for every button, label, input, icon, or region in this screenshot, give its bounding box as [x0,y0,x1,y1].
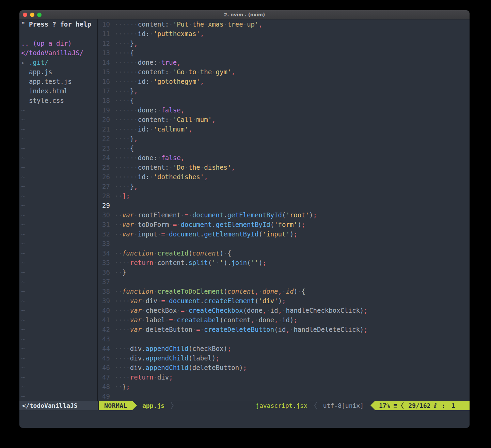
line-number: 40 [98,306,110,315]
code-line[interactable]: 40····var·checkBox·=·createCheckbox(done… [98,306,470,315]
code-line[interactable]: 46····div.appendChild(deleteButton); [98,363,470,372]
code-line[interactable]: 19······done:·false, [98,105,470,115]
code-area[interactable]: 10······content:·'Put·the·xmas·tree·up',… [98,19,470,401]
line-number: 38 [98,287,110,296]
empty-line-tilde: ~ [21,344,97,353]
traffic-lights [23,10,42,19]
code-line[interactable]: 38··function·createToDoElement(content,·… [98,287,470,296]
code-text: ······done:·true, [114,59,181,66]
explorer-entry[interactable]: .. (up a dir) [21,38,97,48]
command-line[interactable] [19,410,470,428]
code-text: ······content:·'Call·mum', [114,116,216,123]
zoom-button[interactable] [37,13,42,17]
code-line[interactable]: 33 [98,239,470,248]
empty-line-tilde: ~ [21,210,97,220]
line-number: 35 [98,258,110,267]
code-line[interactable]: 20······content:·'Call·mum', [98,115,470,124]
explorer-entry[interactable]: index.html [21,86,97,96]
code-line[interactable]: 21······id:·'callmum', [98,124,470,134]
line-number: 41 [98,315,110,325]
code-line[interactable]: 18····{ [98,96,470,105]
code-line[interactable]: 25······content:·'Do·the·dishes', [98,163,470,172]
code-line[interactable]: 43 [98,334,470,344]
statusline-spacer [174,401,253,410]
code-line[interactable]: 39····var·div·=·document.createElement('… [98,296,470,306]
code-line[interactable]: 31··var·toDoForm·=·document.getElementBy… [98,220,470,229]
code-line[interactable]: 44····div.appendChild(checkBox); [98,344,470,353]
code-line[interactable]: 42····var·deleteButton·=·createDeleteBut… [98,325,470,334]
code-text: ······id:·'dothedishes', [114,173,208,181]
line-number: 12 [98,38,110,48]
code-line[interactable]: 47····return·div; [98,372,470,382]
titlebar[interactable]: 2. nvim . (nvim) [19,10,470,19]
empty-line-tilde: ~ [21,363,97,372]
code-line[interactable]: 41····var·label·=·createLabel(content,·d… [98,315,470,325]
close-button[interactable] [23,13,27,17]
code-line[interactable]: 32··var·input·=·document.getElementById(… [98,229,470,239]
code-line[interactable]: 22····}, [98,134,470,143]
code-text: ······content:·'Go·to·the·gym', [114,68,235,76]
line-number: 22 [98,134,110,143]
code-line[interactable]: 26······id:·'dothedishes', [98,172,470,182]
code-line[interactable]: 30··var·rootElement·=·document.getElemen… [98,210,470,220]
code-text: ····return·content.split('·').join(''); [114,259,266,266]
powerline-arrow-icon [132,401,137,410]
line-number-icon: ℓ [434,401,437,410]
empty-line-tilde: ~ [21,143,97,153]
code-line[interactable]: 36··} [98,267,470,277]
statusline-encoding: utf-8[unix] [318,401,370,410]
explorer-entry[interactable]: ▸ .git/ [21,58,97,67]
minimize-button[interactable] [30,13,34,17]
code-text: ····var·checkBox·=·createCheckbox(done,·… [114,307,368,314]
code-line[interactable]: 10······content:·'Put·the·xmas·tree·up', [98,19,470,29]
line-number: 25 [98,163,110,172]
code-line[interactable]: 13····{ [98,48,470,58]
line-number: 14 [98,58,110,67]
nvim-panes: " Press ? for help.. (up a dir)</todoVan… [19,19,470,401]
explorer-entry[interactable]: app.js [21,67,97,77]
explorer-entry[interactable]: </todoVanillaJS/ [21,48,97,58]
code-text: ··function·createId(content)·{ [114,249,231,257]
code-line[interactable]: 23····{ [98,143,470,153]
code-text: ····{ [114,144,134,152]
file-explorer[interactable]: " Press ? for help.. (up a dir)</todoVan… [19,19,97,401]
code-line[interactable]: 37 [98,277,470,287]
line-number: 17 [98,86,110,96]
code-text: ····return·div; [114,373,173,381]
code-text: ······done:·false, [114,106,185,114]
code-line[interactable]: 45····div.appendChild(label); [98,353,470,363]
empty-line-tilde: ~ [21,115,97,124]
code-line[interactable]: 12····}, [98,38,470,48]
thin-separator-icon [170,401,174,410]
code-line[interactable]: 17····}, [98,86,470,96]
code-line[interactable]: 14······done:·true, [98,58,470,67]
line-number: 28 [98,191,110,201]
empty-line-tilde: ~ [21,325,97,334]
code-text: ····div.appendChild(label); [114,354,220,362]
thin-separator-icon [314,401,318,410]
line-number: 18 [98,96,110,105]
code-line[interactable]: 16······id:·'gotothegym', [98,77,470,86]
line-number: 13 [98,48,110,58]
scroll-percent: 17% [379,401,390,410]
code-text: ······id:·'gotothegym', [114,78,204,85]
code-text: ······id:·'putthexmas', [114,30,204,37]
code-line[interactable]: 29 [98,201,470,210]
code-line[interactable]: 15······content:·'Go·to·the·gym', [98,67,470,77]
line-number: 32 [98,229,110,239]
code-line[interactable]: 27····}, [98,182,470,191]
code-line[interactable]: 24······done:·false, [98,153,470,163]
explorer-entry[interactable]: app.test.js [21,77,97,86]
code-line[interactable]: 11······id:·'putthexmas', [98,29,470,38]
code-line[interactable]: 35····return·content.split('·').join('')… [98,258,470,267]
code-line[interactable]: 28··]; [98,191,470,201]
empty-line-tilde: ~ [21,353,97,363]
line-number: 47 [98,372,110,382]
explorer-entry[interactable]: style.css [21,96,97,105]
explorer-entry[interactable]: " Press ? for help [21,19,97,29]
code-line[interactable]: 34··function·createId(content)·{ [98,248,470,258]
code-line[interactable]: 48··}; [98,382,470,391]
explorer-entry[interactable] [21,29,97,38]
code-line[interactable]: 49 [98,391,470,401]
line-number: 30 [98,210,110,220]
